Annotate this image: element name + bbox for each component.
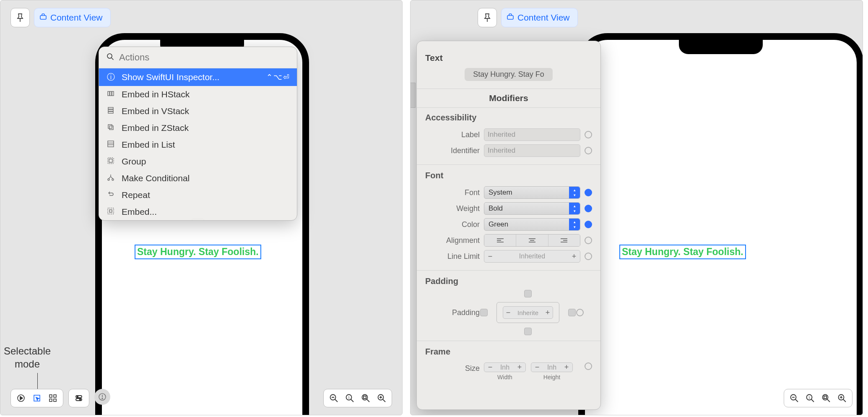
action-embed-list[interactable]: Embed in List (99, 136, 297, 153)
hstack-icon (106, 90, 116, 99)
stepper-minus-button[interactable]: − (531, 363, 543, 372)
pin-button[interactable] (10, 8, 30, 27)
zoom-in-button[interactable] (375, 391, 388, 405)
action-embed-hstack[interactable]: Embed in HStack (99, 86, 297, 103)
zoom-100-button[interactable]: 1 (343, 391, 356, 405)
svg-line-66 (827, 399, 830, 402)
stepper-minus-button[interactable]: − (484, 252, 496, 261)
canvas-config-button[interactable] (94, 389, 110, 405)
action-make-conditional[interactable]: Make Conditional (99, 170, 297, 187)
font-caption: Font (425, 188, 480, 197)
align-leading-button[interactable] (484, 235, 516, 246)
action-label: Show SwiftUI Inspector... (122, 72, 219, 82)
svg-point-30 (77, 396, 78, 397)
svg-point-65 (823, 395, 828, 400)
action-embed-generic[interactable]: Embed... (99, 203, 297, 220)
preview-text-selected[interactable]: Stay Hungry. Stay Foolish. (135, 245, 261, 259)
sidebar-tab[interactable] (410, 83, 416, 108)
svg-rect-10 (108, 125, 112, 128)
actions-search-input[interactable] (119, 52, 289, 63)
device-settings-group (68, 389, 89, 407)
linelimit-stepper[interactable]: − Inherited + (484, 250, 580, 263)
search-icon (107, 52, 114, 63)
action-embed-zstack[interactable]: Embed in ZStack (99, 120, 297, 136)
color-select[interactable]: Green (484, 218, 580, 231)
frame-group-title: Frame (425, 347, 592, 357)
stepper-plus-button[interactable]: + (568, 252, 580, 261)
padding-bottom-toggle[interactable] (524, 328, 532, 335)
align-center-button[interactable] (516, 235, 548, 246)
stepper-plus-button[interactable]: + (561, 363, 572, 372)
zoom-controls: 1 (323, 389, 392, 407)
font-select[interactable]: System (484, 186, 580, 199)
frame-width-stepper[interactable]: − Inh + (484, 362, 526, 372)
action-group[interactable]: Group (99, 153, 297, 170)
variants-mode-button[interactable] (45, 391, 60, 406)
frame-height-stepper[interactable]: − Inh + (531, 362, 573, 372)
content-view-label: Content View (50, 13, 103, 23)
size-caption: Size (425, 362, 480, 373)
svg-point-17 (108, 179, 109, 180)
pin-button[interactable] (478, 8, 497, 27)
info-icon: ⓘ (106, 72, 116, 83)
svg-point-34 (102, 398, 103, 399)
zoom-controls: 1 (784, 389, 852, 407)
padding-leading-toggle[interactable] (480, 309, 488, 316)
frame-size-indicator[interactable] (585, 362, 592, 370)
align-trailing-button[interactable] (548, 235, 580, 246)
selectable-mode-button[interactable] (29, 391, 44, 406)
svg-rect-7 (108, 107, 113, 109)
padding-top-toggle[interactable] (524, 290, 532, 297)
font-indicator[interactable] (585, 189, 592, 196)
linelimit-indicator[interactable] (585, 253, 592, 260)
svg-line-69 (843, 399, 846, 402)
a11y-label-indicator[interactable] (585, 131, 592, 138)
content-view-breadcrumb[interactable]: Content View (501, 8, 578, 27)
a11y-identifier-field[interactable]: Inherited (484, 144, 580, 157)
action-repeat[interactable]: Repeat (99, 187, 297, 203)
padding-indicator[interactable] (576, 309, 584, 316)
zoom-100-button[interactable]: 1 (803, 391, 817, 405)
content-view-breadcrumb[interactable]: Content View (34, 8, 111, 27)
svg-line-36 (335, 399, 338, 402)
stepper-plus-button[interactable]: + (514, 363, 525, 372)
briefcase-icon (507, 13, 514, 23)
svg-rect-43 (364, 396, 366, 399)
zoom-in-button[interactable] (835, 391, 849, 405)
inspector-text-value-chip[interactable]: Stay Hungry. Stay Fo (465, 68, 553, 81)
weight-caption: Weight (425, 204, 480, 213)
stepper-plus-button[interactable]: + (543, 308, 553, 317)
live-mode-button[interactable] (13, 391, 29, 406)
device-settings-button[interactable] (71, 391, 86, 406)
svg-rect-26 (49, 399, 52, 401)
action-show-swiftui-inspector[interactable]: ⓘ Show SwiftUI Inspector... ⌃⌥⏎ (99, 68, 297, 86)
svg-rect-25 (54, 395, 56, 397)
action-label: Embed in ZStack (122, 123, 189, 133)
zoom-out-button[interactable] (787, 391, 801, 405)
action-embed-vstack[interactable]: Embed in VStack (99, 103, 297, 120)
stepper-minus-button[interactable]: − (503, 308, 513, 317)
svg-point-18 (112, 179, 114, 180)
alignment-indicator[interactable] (585, 237, 592, 244)
a11y-label-caption: Label (425, 130, 480, 139)
a11y-identifier-indicator[interactable] (585, 147, 592, 154)
a11y-label-field[interactable]: Inherited (484, 128, 580, 141)
color-indicator[interactable] (585, 221, 592, 228)
svg-text:1: 1 (808, 396, 811, 399)
stepper-minus-button[interactable]: − (484, 363, 496, 372)
zoom-out-button[interactable] (327, 391, 340, 405)
weight-select[interactable]: Bold (484, 202, 580, 215)
svg-rect-20 (109, 210, 112, 212)
zoom-fit-button[interactable] (359, 391, 372, 405)
svg-rect-49 (507, 16, 513, 19)
preview-text-selected[interactable]: Stay Hungry. Stay Foolish. (619, 245, 746, 259)
svg-line-42 (367, 399, 369, 402)
weight-indicator[interactable] (585, 205, 592, 212)
padding-trailing-toggle[interactable] (568, 309, 576, 316)
preview-mode-segmented (10, 389, 63, 407)
list-icon (106, 140, 116, 150)
zoom-fit-button[interactable] (819, 391, 833, 405)
padding-value-stepper[interactable]: − Inherite + (503, 306, 553, 319)
content-view-label: Content View (517, 13, 570, 23)
group-icon (106, 157, 116, 167)
